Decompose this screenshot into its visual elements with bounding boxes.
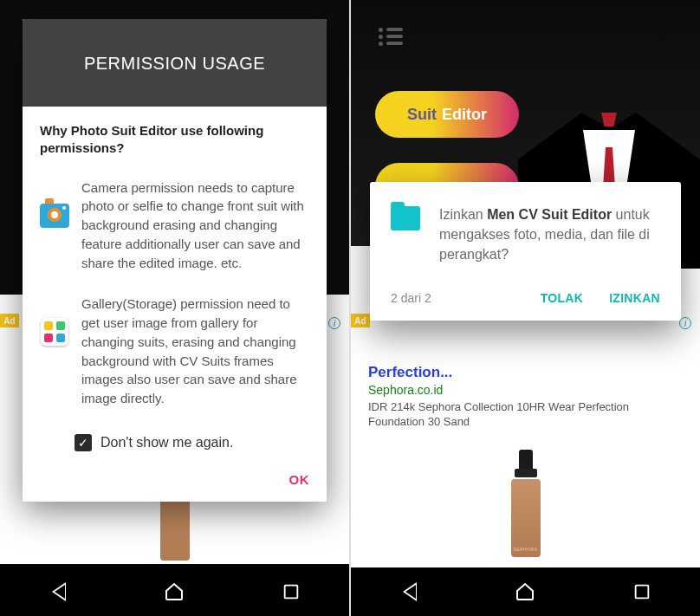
deny-button[interactable]: TOLAK	[541, 291, 583, 305]
ad-domain: Sephora.co.id	[368, 383, 683, 397]
ok-button[interactable]: OK	[289, 472, 310, 487]
dont-show-label: Don't show me again.	[100, 435, 233, 451]
recent-button[interactable]	[631, 580, 653, 603]
suit-editor-label-2: Editor	[442, 106, 487, 124]
gallery-icon	[40, 317, 69, 347]
camera-icon	[40, 201, 69, 230]
recent-button[interactable]	[280, 580, 302, 603]
ad-badge: Ad	[351, 314, 370, 327]
ad-product-image[interactable]: SEPHORA	[511, 450, 541, 557]
svg-rect-1	[635, 586, 648, 599]
dialog-title: PERMISSION USAGE	[23, 19, 327, 107]
permission-request-text: Izinkan Men CV Suit Editor untuk mengaks…	[439, 204, 660, 265]
back-button[interactable]	[47, 580, 69, 603]
permission-usage-dialog: PERMISSION USAGE Why Photo Suit Editor u…	[23, 19, 327, 502]
dont-show-checkbox[interactable]: ✓	[75, 434, 92, 451]
info-icon[interactable]: i	[679, 317, 691, 329]
gallery-permission-row: Gallery(Storage) permission need to get …	[40, 295, 309, 408]
ad-title[interactable]: Perfection...	[368, 364, 683, 381]
allow-button[interactable]: IZINKAN	[609, 291, 660, 305]
dont-show-row: ✓ Don't show me again.	[40, 431, 309, 460]
home-button[interactable]	[514, 580, 536, 603]
dialog-question: Why Photo Suit Editor use following perm…	[40, 122, 309, 158]
camera-permission-row: Camera permission needs to capture photo…	[40, 178, 309, 273]
android-navbar	[0, 567, 349, 616]
ad-strip-right: Ad i Perfection... Sephora.co.id IDR 214…	[351, 314, 700, 564]
camera-permission-text: Camera permission needs to capture photo…	[81, 178, 309, 273]
svg-rect-0	[284, 586, 297, 599]
left-screenshot: Ad i PERMISSION USAGE Why Photo Suit Edi…	[0, 0, 350, 616]
android-navbar	[351, 567, 700, 616]
ad-badge: Ad	[0, 314, 19, 327]
storage-permission-dialog: Izinkan Men CV Suit Editor untuk mengaks…	[370, 182, 681, 321]
permission-count: 2 dari 2	[391, 291, 431, 305]
info-icon[interactable]: i	[328, 317, 340, 329]
suit-editor-button[interactable]: Suit Editor	[375, 91, 519, 138]
suit-editor-label-1: Suit	[407, 106, 437, 124]
menu-icon[interactable]	[379, 28, 403, 45]
gallery-permission-text: Gallery(Storage) permission need to get …	[81, 295, 309, 408]
right-screenshot: Suit Editor Ad i Perfection... Sephora.c…	[350, 0, 700, 616]
back-button[interactable]	[398, 580, 420, 603]
folder-icon	[391, 206, 420, 230]
ad-description: IDR 214k Sephora Collection 10HR Wear Pe…	[368, 400, 683, 430]
home-button[interactable]	[163, 580, 185, 603]
